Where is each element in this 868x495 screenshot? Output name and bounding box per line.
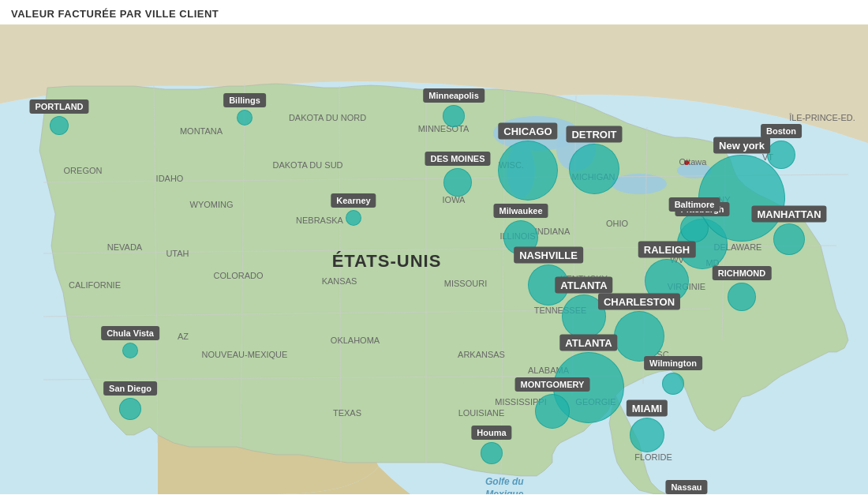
region-label-texas: TEXAS <box>333 408 361 418</box>
bubble-richmond[interactable] <box>728 283 756 311</box>
bubble-montgomery[interactable] <box>535 394 570 429</box>
bubble-chula-vista[interactable] <box>122 343 138 358</box>
bubble-kearney[interactable] <box>346 210 361 226</box>
region-label-wyoming: WYOMING <box>190 200 234 209</box>
bubble-billings[interactable] <box>237 110 253 126</box>
bubble-new-york[interactable] <box>698 155 785 242</box>
region-label-nebraska: NEBRASKA <box>296 216 343 225</box>
region-label-az: AZ <box>178 332 189 341</box>
region-label-ile: ÎLE-PRINCE-ED. <box>789 113 855 122</box>
bubble-charleston[interactable] <box>614 311 664 362</box>
region-label-ohio: OHIO <box>606 219 628 228</box>
bubble-milwaukee[interactable] <box>503 220 538 255</box>
bubble-boston[interactable] <box>767 141 795 169</box>
bubble-raleigh[interactable] <box>645 259 689 303</box>
bubble-nashville[interactable] <box>528 264 569 306</box>
bubble-des-moines[interactable] <box>443 168 472 197</box>
bubble-chicago[interactable] <box>498 141 558 201</box>
bubble-san-diego[interactable] <box>119 398 141 420</box>
bubble-minneapolis[interactable] <box>443 105 465 127</box>
region-label-oregon: OREGON <box>64 166 103 175</box>
region-label-oklahoma: OKLAHOMA <box>331 336 380 345</box>
bubble-manhattan[interactable] <box>773 223 805 255</box>
region-label-dakota-sud: DAKOTA DU SUD <box>272 160 342 170</box>
region-label-floride: FLORIDE <box>634 452 672 462</box>
region-label-utah: UTAH <box>166 249 189 258</box>
bubble-detroit[interactable] <box>569 144 619 194</box>
gulf-label: Golfe duMexique <box>485 476 524 494</box>
region-label-idaho: IDAHO <box>156 174 184 183</box>
region-label-arkansas: ARKANSAS <box>458 350 505 359</box>
region-label-colorado: COLORADO <box>214 271 264 280</box>
bubble-wilmington[interactable] <box>662 373 684 395</box>
region-label-iowa: IOWA <box>443 195 466 204</box>
page-title: VALEUR FACTURÉE PAR VILLE CLIENT <box>0 0 868 24</box>
states-label: ÉTATS-UNIS <box>332 251 442 272</box>
svg-point-19 <box>675 486 679 491</box>
region-label-californie: CALIFORNIE <box>69 280 121 290</box>
region-label-nm: NOUVEAU-MEXIQUE <box>202 350 288 359</box>
region-label-montana: MONTANA <box>180 126 223 136</box>
region-label-nevada: NEVADA <box>107 242 142 252</box>
bubble-houma[interactable] <box>481 442 503 464</box>
bubble-portland[interactable] <box>50 116 69 135</box>
region-label-indiana: INDIANA <box>535 227 571 236</box>
map-container: ÉTATS-UNIS OREGON CALIFORNIE IDAHO NEVAD… <box>0 24 868 494</box>
region-label-ottawa: Ottawa <box>679 157 707 167</box>
region-label-dakota-nord: DAKOTA DU NORD <box>289 113 366 122</box>
region-label-missouri: MISSOURI <box>444 279 487 288</box>
region-label-kansas: KANSAS <box>322 276 357 286</box>
bubble-atlanta[interactable] <box>562 294 606 339</box>
region-label-louisiane: LOUISIANE <box>458 408 505 418</box>
region-label-minnesota: MINNESOTA <box>418 124 470 133</box>
bubble-miami[interactable] <box>630 418 664 452</box>
